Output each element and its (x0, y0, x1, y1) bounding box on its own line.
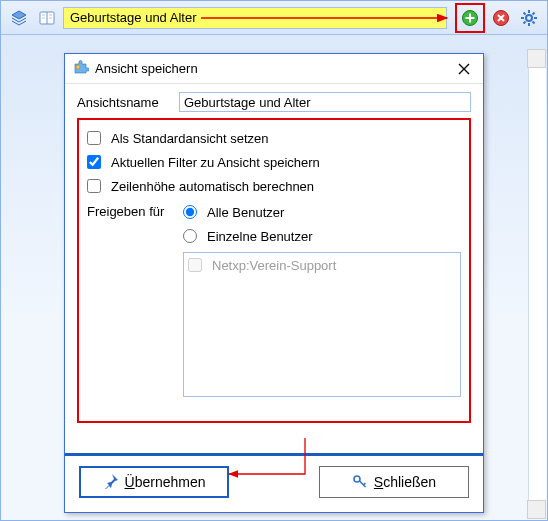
save-view-dialog: Ansicht speichern Ansichtsname Als Stand… (64, 53, 484, 513)
annotation-options-outline: Als Standardansicht setzen Aktuellen Fil… (77, 118, 471, 423)
view-name-label: Ansichtsname (77, 95, 175, 110)
dialog-footer: Übernehmen Schließen (65, 453, 483, 512)
dialog-body: Ansichtsname Als Standardansicht setzen … (65, 84, 483, 453)
annotation-highlight-add (455, 3, 485, 33)
svg-point-13 (526, 15, 532, 21)
user-listbox[interactable]: Netxp:Verein-Support (183, 252, 461, 397)
svg-line-18 (524, 12, 526, 14)
cb-default-view-label: Als Standardansicht setzen (111, 131, 269, 146)
close-button-label: Schließen (374, 474, 436, 490)
add-button[interactable] (458, 6, 482, 30)
svg-rect-9 (466, 17, 475, 19)
view-name-input[interactable] (63, 7, 447, 29)
gear-icon[interactable] (517, 6, 541, 30)
puzzle-icon (73, 59, 89, 78)
svg-line-20 (533, 12, 535, 14)
cb-row-height-label: Zeilenhöhe automatisch berechnen (111, 179, 314, 194)
toolbar (1, 1, 547, 35)
close-icon[interactable] (453, 58, 475, 80)
cb-default-view[interactable] (87, 131, 101, 145)
book-icon[interactable] (35, 6, 59, 30)
svg-line-19 (533, 21, 535, 23)
svg-line-21 (524, 21, 526, 23)
cb-user-0 (188, 258, 202, 272)
key-icon (352, 473, 368, 492)
scrollbar[interactable] (528, 49, 546, 519)
accept-button-label: Übernehmen (125, 474, 206, 490)
dialog-titlebar: Ansicht speichern (65, 54, 483, 84)
radio-single-users[interactable] (183, 229, 197, 243)
cb-row-height[interactable] (87, 179, 101, 193)
pin-icon (103, 473, 119, 492)
cb-save-filter-label: Aktuellen Filter zu Ansicht speichern (111, 155, 320, 170)
cancel-button[interactable] (489, 6, 513, 30)
radio-single-users-label: Einzelne Benutzer (207, 229, 313, 244)
cb-save-filter[interactable] (87, 155, 101, 169)
list-item[interactable]: Netxp:Verein-Support (188, 255, 456, 275)
close-button[interactable]: Schließen (319, 466, 469, 498)
svg-point-22 (76, 65, 80, 69)
view-name-field[interactable] (179, 92, 471, 112)
radio-all-users[interactable] (183, 205, 197, 219)
radio-all-users-label: Alle Benutzer (207, 205, 284, 220)
share-label: Freigeben für (87, 200, 173, 397)
cb-user-0-label: Netxp:Verein-Support (212, 258, 336, 273)
dialog-title: Ansicht speichern (95, 61, 198, 76)
accept-button[interactable]: Übernehmen (79, 466, 229, 498)
svg-point-25 (354, 476, 360, 482)
stack-icon[interactable] (7, 6, 31, 30)
